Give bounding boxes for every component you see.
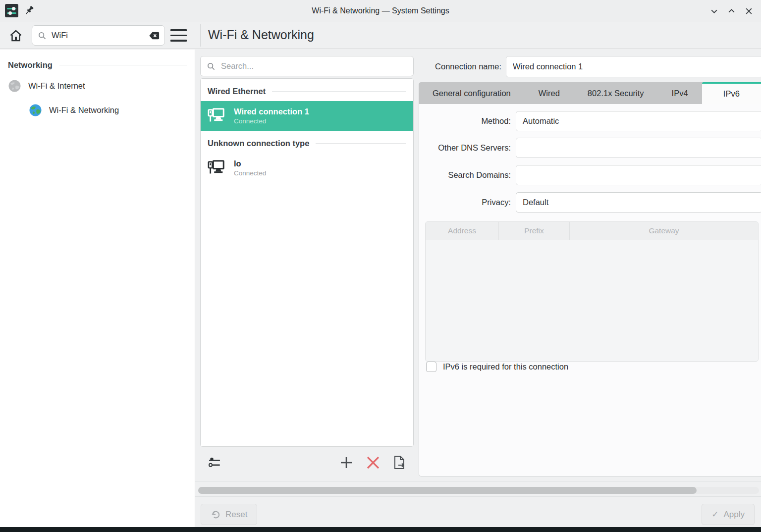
search-domains-label: Search Domains:	[419, 170, 511, 180]
sidebar-item-label: Wi-Fi & Internet	[28, 81, 85, 91]
home-button[interactable]	[7, 27, 25, 45]
bottom-strip	[0, 527, 761, 532]
privacy-label: Privacy:	[419, 198, 511, 207]
clear-search-icon[interactable]	[148, 31, 160, 41]
connection-name-row: Connection name:	[419, 55, 761, 77]
column-header-prefix: Prefix	[499, 222, 570, 240]
tab-ipv4[interactable]: IPv4	[658, 82, 702, 104]
group-title: Wired Ethernet	[208, 87, 266, 96]
export-document-icon	[393, 455, 406, 470]
connection-status: Connected	[234, 117, 309, 125]
globe-gray-icon	[8, 79, 21, 93]
export-connection-button[interactable]	[393, 455, 406, 470]
sliders-icon	[208, 456, 221, 470]
system-settings-window: Wi-Fi & Networking — System Settings	[0, 0, 761, 532]
global-search-field[interactable]	[32, 25, 165, 46]
address-table-header: Address Prefix Gateway	[426, 222, 758, 240]
plus-icon	[339, 456, 353, 470]
ipv6-address-table: Address Prefix Gateway	[425, 221, 759, 362]
window-title: Wi-Fi & Networking — System Settings	[99, 0, 662, 22]
pin-icon[interactable]	[23, 4, 35, 17]
app-icon-slider-top	[7, 8, 16, 9]
globe-colored-icon	[29, 104, 42, 117]
footer: Reset ✓ Apply	[195, 497, 761, 527]
sidebar-section-label: Networking	[8, 60, 53, 70]
connection-row-wired-1[interactable]: Wired connection 1 Connected	[201, 101, 413, 131]
connection-name: lo	[234, 159, 266, 168]
ipv6-required-row: IPv6 is required for this connection	[426, 362, 568, 372]
column-header-address: Address	[426, 222, 499, 240]
ipv6-required-checkbox[interactable]	[426, 362, 436, 372]
ethernet-icon	[207, 106, 226, 125]
group-header-unknown: Unknown connection type	[208, 139, 406, 148]
ipv6-required-label: IPv6 is required for this connection	[443, 362, 568, 372]
divider	[195, 481, 761, 481]
header-toolbar: Wi-Fi & Networking	[0, 22, 761, 49]
menu-button[interactable]	[170, 28, 187, 43]
search-domains-input[interactable]	[516, 165, 761, 185]
titlebar: Wi-Fi & Networking — System Settings	[0, 0, 761, 22]
search-icon	[38, 31, 47, 40]
connection-search-input[interactable]	[220, 61, 408, 71]
tab-general-configuration[interactable]: General configuration	[419, 82, 525, 104]
delete-x-icon	[366, 456, 380, 470]
sidebar-item-wifi-internet[interactable]: Wi-Fi & Internet	[0, 74, 195, 98]
sidebar-section-networking: Networking	[0, 50, 195, 74]
minimize-button[interactable]	[709, 6, 718, 15]
group-header-wired-ethernet: Wired Ethernet	[208, 87, 406, 96]
connection-name-label: Connection name:	[419, 62, 501, 71]
configure-connection-button[interactable]	[208, 456, 221, 470]
details-tabbar: General configuration Wired 802.1x Secur…	[419, 82, 761, 104]
add-connection-button[interactable]	[339, 456, 353, 470]
undo-icon	[211, 510, 220, 520]
tab-ipv6[interactable]: IPv6	[702, 82, 761, 104]
header-divider	[200, 24, 201, 47]
sidebar-item-wifi-networking[interactable]: Wi-Fi & Networking	[0, 98, 195, 122]
search-icon	[207, 62, 216, 71]
other-dns-servers-input[interactable]	[516, 138, 761, 158]
ethernet-icon	[207, 159, 226, 177]
method-label: Method:	[419, 116, 511, 126]
column-header-gateway: Gateway	[570, 222, 758, 240]
app-icon	[5, 4, 18, 17]
connection-list: Wired Ethernet Wired connection 1 Connec…	[200, 78, 414, 447]
apply-button-label: Apply	[723, 510, 745, 520]
global-search-input[interactable]	[51, 30, 148, 41]
tab-8021x-security[interactable]: 802.1x Security	[574, 82, 658, 104]
connection-toolbar	[200, 449, 414, 476]
maximize-button[interactable]	[727, 6, 736, 15]
connection-search-field[interactable]	[200, 56, 414, 76]
sidebar-item-label: Wi-Fi & Networking	[49, 106, 119, 115]
page-title: Wi-Fi & Networking	[208, 22, 314, 49]
other-dns-servers-label: Other DNS Servers:	[419, 143, 511, 153]
check-icon: ✓	[711, 509, 718, 520]
ipv6-tab-panel: Method: Automatic Other DNS Servers: Sea…	[419, 104, 761, 477]
group-title: Unknown connection type	[208, 139, 309, 148]
hamburger-icon	[170, 29, 187, 31]
close-button[interactable]	[744, 6, 753, 15]
reset-button-label: Reset	[225, 510, 247, 520]
connection-status: Connected	[234, 169, 266, 177]
connection-name: Wired connection 1	[234, 107, 309, 116]
delete-connection-button[interactable]	[366, 456, 380, 470]
connection-name-input[interactable]	[506, 56, 761, 77]
app-icon-slider-bottom	[7, 12, 16, 14]
connection-row-lo[interactable]: lo Connected	[201, 153, 413, 183]
reset-button[interactable]: Reset	[201, 504, 257, 525]
apply-button[interactable]: ✓ Apply	[702, 504, 755, 525]
horizontal-scrollbar-thumb[interactable]	[198, 487, 697, 494]
method-combobox[interactable]: Automatic	[516, 111, 761, 131]
tab-wired[interactable]: Wired	[525, 82, 574, 104]
privacy-combobox[interactable]: Default	[516, 192, 761, 213]
sidebar: Networking Wi-Fi & Internet Wi-Fi & Netw…	[0, 50, 195, 527]
